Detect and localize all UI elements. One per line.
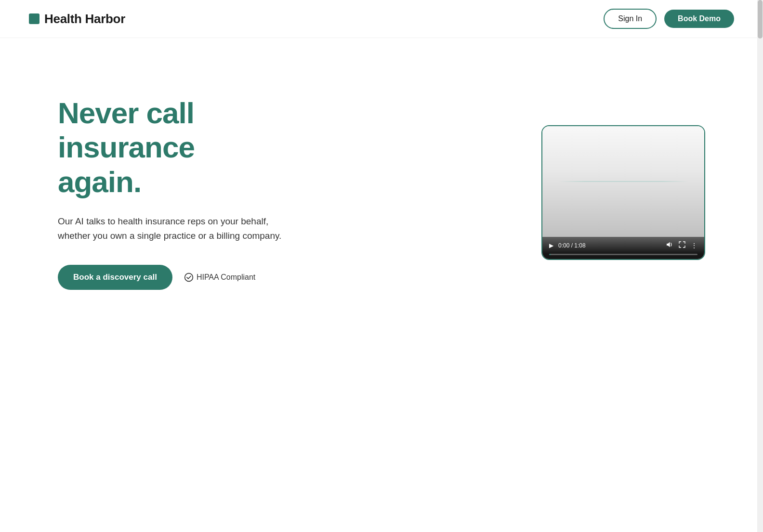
scrollbar[interactable] xyxy=(757,0,763,532)
svg-point-0 xyxy=(185,273,193,281)
hero-headline-line2: again. xyxy=(58,165,141,198)
video-controls-bar: ▶ 0:00 / 1:08 ⋮ xyxy=(542,237,704,254)
logo: Health Harbor xyxy=(29,12,125,26)
hero-left: Never call insurance again. Our AI talks… xyxy=(58,96,337,290)
video-waveform-line xyxy=(559,182,688,182)
hero-right: ▶ 0:00 / 1:08 ⋮ xyxy=(421,125,705,260)
discovery-call-button[interactable]: Book a discovery call xyxy=(58,265,172,290)
progress-bar-wrapper[interactable] xyxy=(542,254,704,259)
scrollbar-thumb[interactable] xyxy=(758,0,763,39)
video-content-area xyxy=(542,126,704,237)
hipaa-check-icon xyxy=(184,272,194,282)
hero-headline-line1: Never call insurance xyxy=(58,96,195,164)
fullscreen-icon[interactable] xyxy=(678,241,686,250)
hero-section: Never call insurance again. Our AI talks… xyxy=(0,38,763,319)
hipaa-label: HIPAA Compliant xyxy=(197,273,255,282)
brand-name: Health Harbor xyxy=(44,12,125,26)
volume-icon[interactable] xyxy=(666,241,673,250)
hero-headline: Never call insurance again. xyxy=(58,96,337,199)
hipaa-badge: HIPAA Compliant xyxy=(184,272,255,282)
more-options-icon[interactable]: ⋮ xyxy=(691,242,697,249)
progress-track[interactable] xyxy=(549,254,697,255)
progress-fill xyxy=(549,254,551,255)
play-button[interactable]: ▶ xyxy=(549,243,553,248)
video-time: 0:00 / 1:08 xyxy=(558,242,661,249)
logo-icon xyxy=(29,13,39,24)
hero-subtext: Our AI talks to health insurance reps on… xyxy=(58,214,289,244)
navbar: Health Harbor Sign In Book Demo xyxy=(0,0,763,38)
hero-actions: Book a discovery call HIPAA Compliant xyxy=(58,265,337,290)
sign-in-button[interactable]: Sign In xyxy=(604,9,657,29)
svg-marker-1 xyxy=(667,242,670,247)
nav-buttons: Sign In Book Demo xyxy=(604,9,734,29)
book-demo-button[interactable]: Book Demo xyxy=(664,10,734,28)
video-player[interactable]: ▶ 0:00 / 1:08 ⋮ xyxy=(541,125,705,260)
